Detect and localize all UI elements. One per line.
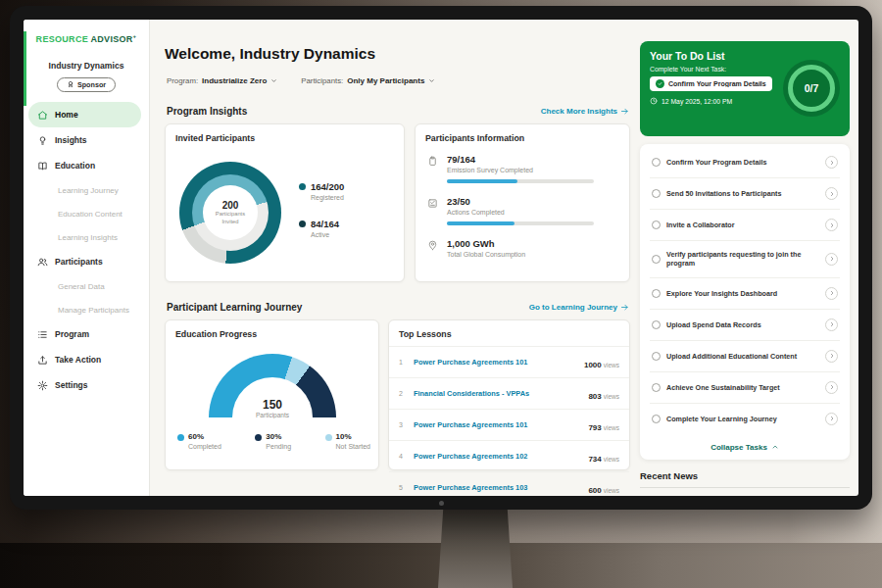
task-checkbox[interactable] (652, 158, 661, 167)
book-icon (37, 161, 48, 172)
task-label: Invite a Collaborator (666, 220, 819, 229)
task-row-1[interactable]: Confirm Your Program Details (650, 147, 840, 178)
progress-bar (447, 221, 594, 225)
participants-dropdown[interactable]: Participants: Only My Participants (301, 76, 435, 85)
sidebar-item-label: Education (55, 161, 95, 171)
task-chevron-button[interactable] (825, 381, 838, 394)
lesson-views: 600views (588, 479, 619, 497)
sidebar-item-manage-participants[interactable]: Manage Participants (24, 298, 149, 321)
legend-percent: 60% (188, 432, 221, 441)
task-chevron-button[interactable] (825, 350, 838, 363)
task-row-3[interactable]: Invite a Collaborator (650, 210, 840, 241)
lesson-link[interactable]: Power Purchase Agreements 103 (414, 483, 527, 492)
sponsor-badge-wrap: Sponsor (24, 74, 149, 92)
task-row-6[interactable]: Upload Spend Data Records (650, 310, 840, 341)
sidebar-item-label: General Data (58, 282, 105, 291)
list-icon (37, 329, 48, 340)
task-chevron-button[interactable] (825, 219, 838, 231)
legend-label: Active (311, 231, 339, 238)
sidebar-item-insights[interactable]: Insights (24, 127, 149, 153)
chevron-up-icon (771, 443, 779, 451)
sidebar-item-program[interactable]: Program (24, 321, 149, 347)
task-chevron-button[interactable] (825, 156, 838, 169)
invited-legend: 164/200 Registered 84/164 Active (299, 181, 344, 238)
check-more-insights-link[interactable]: Check More Insights (541, 107, 629, 116)
task-chevron-button[interactable] (825, 187, 838, 200)
legend-label: Completed (188, 443, 221, 450)
chevron-right-icon (829, 191, 835, 197)
todo-progress-ring: 0/7 (783, 60, 840, 117)
collapse-tasks-link[interactable]: Collapse Tasks (650, 434, 840, 454)
lesson-views: 734views (588, 448, 619, 466)
sidebar-item-home[interactable]: Home (28, 102, 141, 127)
lesson-link[interactable]: Financial Considerations - VPPAs (414, 389, 529, 398)
task-checkbox[interactable] (652, 352, 661, 361)
task-checkbox[interactable] (652, 383, 661, 392)
task-chevron-button[interactable] (825, 413, 838, 425)
legend-value: 164/200 (311, 181, 344, 192)
lesson-link[interactable]: Power Purchase Agreements 101 (414, 420, 527, 429)
logo-resource: RESOURCE (36, 34, 88, 44)
sidebar-item-learning-journey[interactable]: Learning Journey (24, 178, 149, 202)
chevron-right-icon (829, 353, 835, 359)
donut-center-value: 200 (222, 200, 239, 211)
sidebar-item-take-action[interactable]: Take Action (24, 347, 149, 372)
task-checkbox[interactable] (652, 220, 661, 229)
sidebar-item-education[interactable]: Education (24, 153, 149, 178)
sidebar-item-education-content[interactable]: Education Content (24, 202, 149, 225)
task-label: Confirm Your Program Details (666, 158, 819, 167)
webcam-dot (439, 501, 444, 506)
invited-donut-chart: 200 Participants Invited (179, 162, 281, 264)
arrow-right-icon (620, 107, 629, 116)
lesson-rank: 4 (399, 453, 407, 460)
sidebar-item-participants[interactable]: Participants (24, 249, 149, 274)
legend-dot (299, 183, 306, 190)
program-dropdown[interactable]: Program: Industrialize Zero (167, 76, 277, 85)
task-checkbox[interactable] (652, 255, 661, 264)
task-checkbox[interactable] (652, 415, 661, 423)
task-row-9[interactable]: Complete Your Learning Journey (650, 404, 840, 434)
sponsor-badge: Sponsor (57, 77, 116, 92)
task-checkbox[interactable] (652, 289, 661, 298)
sidebar-item-general-data[interactable]: General Data (24, 274, 149, 298)
task-row-7[interactable]: Upload Additional Educational Content (650, 341, 840, 372)
task-checkbox[interactable] (652, 320, 661, 329)
task-chevron-button[interactable] (825, 253, 838, 266)
people-icon (37, 257, 48, 268)
legend-dot (177, 434, 184, 441)
monitor-bezel: RESOURCE ADVISOR+ Industry Dynamics Spon… (10, 6, 872, 510)
sidebar-item-label: Take Action (55, 355, 101, 365)
lesson-link[interactable]: Power Purchase Agreements 101 (414, 358, 527, 367)
task-checkbox[interactable] (652, 189, 661, 198)
gauge-center: 150 Participants (209, 398, 336, 418)
sidebar-item-label: Education Content (58, 210, 122, 219)
task-label: Explore Your Insights Dashboard (666, 289, 819, 298)
task-label: Send 50 Invitations to Participants (666, 189, 819, 198)
go-to-learning-journey-link[interactable]: Go to Learning Journey (529, 303, 629, 312)
todo-list-card: Confirm Your Program Details Send 50 Inv… (640, 144, 850, 460)
task-chevron-button[interactable] (825, 318, 838, 331)
legend-label: Pending (266, 443, 291, 450)
sidebar-item-learning-insights[interactable]: Learning Insights (24, 225, 149, 249)
lesson-link[interactable]: Power Purchase Agreements 102 (414, 452, 527, 461)
task-chevron-button[interactable] (825, 287, 838, 300)
task-row-8[interactable]: Achieve One Sustainability Target (650, 372, 840, 404)
task-row-2[interactable]: Send 50 Invitations to Participants (650, 178, 840, 210)
learning-journey-header: Participant Learning Journey Go to Learn… (167, 302, 629, 313)
card-title: Invited Participants (166, 124, 404, 143)
stat-value: 23/50 (447, 196, 594, 207)
legend-item: 164/200 Registered (299, 181, 344, 201)
sidebar-item-settings[interactable]: Settings (24, 372, 149, 398)
progress-bar (447, 179, 594, 183)
todo-progress-value: 0/7 (788, 65, 835, 112)
todo-summary-card: Your To Do List Complete Your Next Task:… (640, 41, 850, 136)
clipboard-icon (427, 156, 438, 167)
program-value: Industrialize Zero (202, 76, 267, 85)
sidebar-item-label: Home (55, 110, 78, 120)
program-label: Program: (167, 76, 198, 85)
legend-value: 84/164 (311, 219, 339, 229)
task-row-5[interactable]: Explore Your Insights Dashboard (650, 278, 840, 310)
task-label: Upload Additional Educational Content (666, 352, 819, 361)
card-title: Participants Information (416, 124, 629, 143)
task-row-4[interactable]: Verify participants requesting to join t… (650, 241, 840, 278)
